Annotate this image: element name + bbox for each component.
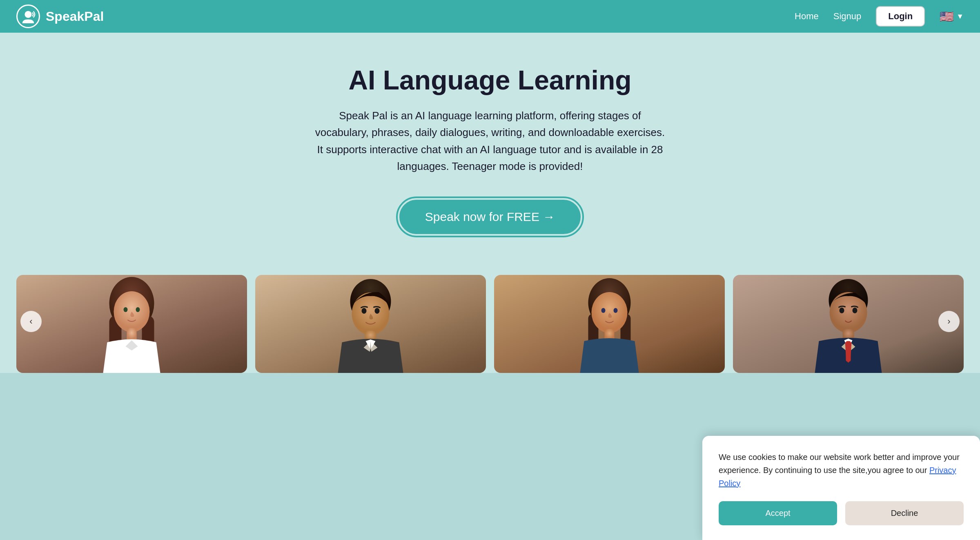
tutors-next-button[interactable]: › (938, 311, 960, 332)
tutor-card-4 (733, 275, 964, 373)
tutors-section: ‹ (0, 259, 980, 373)
svg-point-17 (601, 308, 606, 313)
navbar: SpeakPal Home Signup Login 🇺🇸 ▼ (0, 0, 980, 33)
tutors-prev-button[interactable]: ‹ (20, 311, 42, 332)
svg-point-22 (840, 308, 844, 313)
logo-group[interactable]: SpeakPal (16, 4, 104, 28)
tutor-card-3 (494, 275, 725, 373)
svg-point-16 (592, 292, 628, 333)
chevron-down-icon: ▼ (956, 12, 964, 21)
language-selector[interactable]: 🇺🇸 ▼ (940, 10, 964, 23)
svg-point-18 (614, 308, 618, 313)
nav-signup[interactable]: Signup (833, 11, 862, 22)
nav-home[interactable]: Home (795, 11, 819, 22)
svg-point-5 (124, 307, 128, 312)
hero-section: AI Language Learning Speak Pal is an AI … (0, 33, 980, 259)
svg-point-23 (853, 308, 858, 313)
cta-speak-free-button[interactable]: Speak now for FREE → (399, 200, 581, 234)
nav-links: Home Signup Login 🇺🇸 ▼ (795, 6, 964, 27)
flag-icon: 🇺🇸 (940, 10, 954, 23)
svg-point-0 (24, 11, 31, 18)
svg-point-6 (136, 307, 140, 312)
svg-point-11 (375, 308, 380, 314)
svg-rect-7 (127, 328, 137, 340)
brand-name: SpeakPal (46, 9, 104, 24)
tutor-card-1 (16, 275, 247, 373)
hero-description: Speak Pal is an AI language learning pla… (314, 107, 666, 175)
tutor-card-2 (255, 275, 486, 373)
svg-point-10 (362, 308, 367, 314)
logo-icon (16, 4, 40, 28)
hero-title: AI Language Learning (16, 65, 964, 95)
login-button[interactable]: Login (876, 6, 925, 27)
